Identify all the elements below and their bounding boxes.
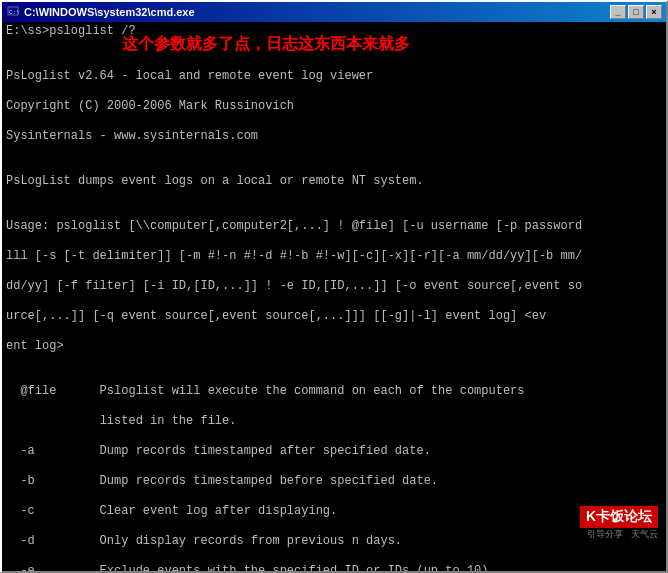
close-button[interactable]: × [646,5,662,19]
cmd-line: -b Dump records timestamped before speci… [6,459,662,489]
svg-text:C:\: C:\ [9,9,19,16]
cmd-line [6,39,662,54]
cmd-line [6,144,662,159]
cmd-line: -e Exclude events with the specified ID … [6,549,662,571]
cmd-line: PsLogList dumps event logs on a local or… [6,159,662,189]
cmd-line: dd/yy] [-f filter] [-i ID,[ID,...]] ! -e… [6,264,662,294]
title-bar: C:\ C:\WINDOWS\system32\cmd.exe _ □ × [2,2,666,22]
cmd-line [6,189,662,204]
cmd-line: lll [-s [-t delimiter]] [-m #!-n #!-d #!… [6,234,662,264]
cmd-content[interactable]: E:\ss>psloglist /? PsLoglist v2.64 - loc… [2,22,666,571]
title-buttons: _ □ × [610,5,662,19]
cmd-line: -a Dump records timestamped after specif… [6,429,662,459]
window-title: C:\WINDOWS\system32\cmd.exe [24,6,195,18]
cmd-line: Usage: psloglist [\\computer[,computer2[… [6,204,662,234]
cmd-line: -c Clear event log after displaying. [6,489,662,519]
cmd-area: 这个参数就多了点，日志这东西本来就多 K卡饭论坛 引导分享 天气云 E:\ss>… [2,22,666,571]
cmd-icon: C:\ [6,5,20,19]
watermark-sub2: 天气云 [631,528,658,541]
cmd-line: @file Psloglist will execute the command… [6,369,662,399]
cmd-line: -d Only display records from previous n … [6,519,662,549]
watermark: K卡饭论坛 引导分享 天气云 [580,506,658,541]
prompt-line: E:\ss>psloglist /? [6,24,136,38]
watermark-sub: 引导分享 天气云 [587,528,658,541]
watermark-sub1: 引导分享 [587,528,623,541]
watermark-logo: K卡饭论坛 [580,506,658,528]
cmd-line: listed in the file. [6,399,662,429]
title-bar-left: C:\ C:\WINDOWS\system32\cmd.exe [6,5,195,19]
cmd-line: ent log> [6,324,662,354]
cmd-line: Copyright (C) 2000-2006 Mark Russinovich [6,84,662,114]
maximize-button[interactable]: □ [628,5,644,19]
minimize-button[interactable]: _ [610,5,626,19]
cmd-line: PsLoglist v2.64 - local and remote event… [6,54,662,84]
cmd-line: Sysinternals - www.sysinternals.com [6,114,662,144]
cmd-window: C:\ C:\WINDOWS\system32\cmd.exe _ □ × 这个… [0,0,668,573]
cmd-line [6,354,662,369]
cmd-line: urce[,...]] [-q event source[,event sour… [6,294,662,324]
